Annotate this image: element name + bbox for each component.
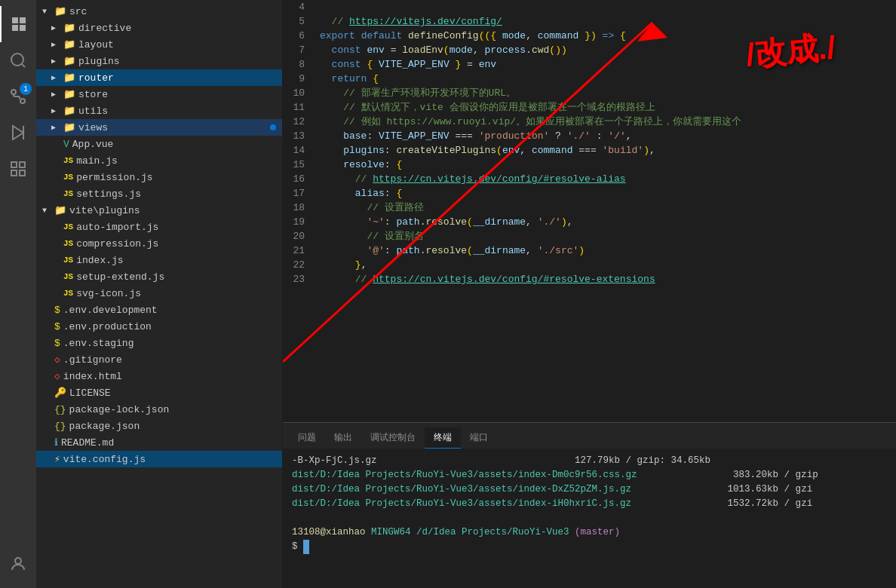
code-line-6: export default defineConfig(({ mode, com… xyxy=(320,29,896,43)
folder-store-label: store xyxy=(78,89,108,100)
tab-terminal[interactable]: 终端 xyxy=(425,427,461,449)
terminal-line-3: dist/D:/Idea Projects/RuoYi-Vue3/assets/… xyxy=(292,482,887,497)
file-app-vue[interactable]: V App.vue xyxy=(36,136,282,152)
code-line-11: // 默认情况下，vite 会假设你的应用是被部署在一个域名的根路径上 xyxy=(320,100,896,115)
file-app-vue-label: App.vue xyxy=(72,139,114,150)
svg-point-3 xyxy=(11,90,16,94)
terminal-line-1: -B-Xp-FjC.js.gz 127.79kb / gzip: 34.65kb xyxy=(292,454,887,468)
file-index-js-label: index.js xyxy=(76,255,123,266)
file-env-development[interactable]: $ .env.development xyxy=(36,302,282,318)
file-index-js[interactable]: JS index.js xyxy=(36,252,282,268)
file-setup-extend-js-label: setup-extend.js xyxy=(76,271,164,283)
code-line-13: base: VITE_APP_ENV === 'production' ? '.… xyxy=(320,129,896,143)
code-line-23: // https://cn.vitejs.dev/config/#resolve… xyxy=(320,272,896,286)
file-main-js[interactable]: JS main.js xyxy=(36,152,282,169)
terminal-line-4: dist/D:/Idea Projects/RuoYi-Vue3/assets/… xyxy=(292,497,887,511)
folder-utils-arrow: ▶ xyxy=(51,106,63,115)
folder-views[interactable]: ▶ 📁 views xyxy=(36,119,282,136)
folder-src[interactable]: ▼ 📁 src xyxy=(36,3,282,20)
file-vite-config-js[interactable]: ⚡ vite.config.js xyxy=(36,451,282,467)
file-package-json[interactable]: {} package.json xyxy=(36,418,282,434)
terminal-panel: 问题 输出 调试控制台 终端 端口 -B-Xp-FjC.js.gz 127.79… xyxy=(283,422,896,588)
main-content: 4 5 6 7 8 9 10 11 12 13 14 15 16 17 18 1… xyxy=(283,0,896,588)
file-package-lock-json-label: package-lock.json xyxy=(69,404,170,415)
code-editor[interactable]: // https://vitejs.dev/config/ export def… xyxy=(317,0,896,422)
file-index-html-label: index.html xyxy=(63,371,122,382)
file-index-html[interactable]: ◇ index.html xyxy=(36,368,282,384)
file-package-json-label: package.json xyxy=(69,421,140,432)
svg-marker-4 xyxy=(13,126,23,139)
file-env-production-label: .env.production xyxy=(63,321,152,332)
source-control-badge: 1 xyxy=(20,83,32,95)
folder-src-arrow: ▼ xyxy=(42,8,54,16)
explorer-icon[interactable] xyxy=(0,6,36,42)
folder-router-label: router xyxy=(78,72,114,84)
folder-layout-label: layout xyxy=(78,39,114,51)
run-icon[interactable] xyxy=(0,115,36,151)
folder-vite-plugins-label: vite\plugins xyxy=(69,205,140,216)
activity-bar: 1 xyxy=(0,0,36,588)
code-line-5: // https://vitejs.dev/config/ xyxy=(320,14,896,29)
svg-rect-8 xyxy=(11,170,17,176)
code-line-21: '@': path.resolve(__dirname, './src') xyxy=(320,243,896,258)
editor-area: 4 5 6 7 8 9 10 11 12 13 14 15 16 17 18 1… xyxy=(283,0,896,422)
terminal-content[interactable]: -B-Xp-FjC.js.gz 127.79kb / gzip: 34.65kb… xyxy=(283,449,896,588)
folder-src-label: src xyxy=(69,6,87,17)
folder-store-arrow: ▶ xyxy=(51,90,63,99)
folder-store[interactable]: ▶ 📁 store xyxy=(36,86,282,103)
terminal-prompt-line: 13108@xianhao MINGW64 /d/Idea Projects/R… xyxy=(292,525,887,540)
file-compression-js[interactable]: JS compression.js xyxy=(36,235,282,252)
code-line-15: resolve: { xyxy=(320,158,896,172)
folder-layout[interactable]: ▶ 📁 layout xyxy=(36,36,282,53)
file-readme-md[interactable]: ℹ README.md xyxy=(36,434,282,451)
folder-views-arrow: ▶ xyxy=(51,123,63,132)
code-line-8: const { VITE_APP_ENV } = env xyxy=(320,57,896,72)
folder-vite-plugins[interactable]: ▼ 📁 vite\plugins xyxy=(36,202,282,219)
svg-line-1 xyxy=(22,64,25,67)
file-vite-config-js-label: vite.config.js xyxy=(63,454,146,465)
tab-debug-console[interactable]: 调试控制台 xyxy=(361,427,425,449)
search-icon[interactable] xyxy=(0,42,36,78)
code-line-9: return { xyxy=(320,72,896,86)
file-permission-js-label: permission.js xyxy=(76,172,152,183)
svg-rect-7 xyxy=(20,162,25,167)
file-license[interactable]: 🔑 LICENSE xyxy=(36,384,282,401)
file-auto-import-js[interactable]: JS auto-import.js xyxy=(36,219,282,235)
folder-views-label: views xyxy=(78,122,108,133)
code-line-19: '~': path.resolve(__dirname, './'), xyxy=(320,215,896,229)
terminal-line-2: dist/D:/Idea Projects/RuoYi-Vue3/assets/… xyxy=(292,468,887,482)
source-control-icon[interactable]: 1 xyxy=(0,78,36,115)
file-gitignore[interactable]: ◇ .gitignore xyxy=(36,351,282,368)
folder-plugins[interactable]: ▶ 📁 plugins xyxy=(36,53,282,69)
file-settings-js[interactable]: JS settings.js xyxy=(36,185,282,202)
code-line-14: plugins: createVitePlugins(env, command … xyxy=(320,143,896,158)
tab-ports[interactable]: 端口 xyxy=(461,427,497,449)
folder-router[interactable]: ▶ 📁 router xyxy=(36,69,282,86)
file-settings-js-label: settings.js xyxy=(76,188,141,200)
file-svg-icon-js[interactable]: JS svg-icon.js xyxy=(36,285,282,302)
folder-utils[interactable]: ▶ 📁 utils xyxy=(36,103,282,119)
svg-rect-9 xyxy=(20,170,25,176)
file-auto-import-js-label: auto-import.js xyxy=(76,222,158,233)
code-line-16: // https://cn.vitejs.dev/config/#resolve… xyxy=(320,172,896,186)
code-line-20: // 设置别名 xyxy=(320,229,896,243)
tab-output[interactable]: 输出 xyxy=(325,427,361,449)
folder-directive[interactable]: ▶ 📁 directive xyxy=(36,20,282,36)
sidebar: ▼ 📁 src ▶ 📁 directive ▶ 📁 layout ▶ 📁 plu… xyxy=(0,0,283,588)
file-package-lock-json[interactable]: {} package-lock.json xyxy=(36,401,282,418)
extensions-icon[interactable] xyxy=(0,151,36,187)
tab-issues[interactable]: 问题 xyxy=(289,427,325,449)
accounts-icon[interactable] xyxy=(0,546,36,582)
file-main-js-label: main.js xyxy=(76,155,118,167)
code-line-10: // 部署生产环境和开发环境下的URL。 xyxy=(320,86,896,100)
terminal-tab-bar: 问题 输出 调试控制台 终端 端口 xyxy=(283,423,896,449)
file-env-staging[interactable]: $ .env.staging xyxy=(36,335,282,351)
file-permission-js[interactable]: JS permission.js xyxy=(36,169,282,185)
file-env-development-label: .env.development xyxy=(63,305,158,316)
file-setup-extend-js[interactable]: JS setup-extend.js xyxy=(36,268,282,285)
file-env-production[interactable]: $ .env.production xyxy=(36,318,282,335)
svg-point-0 xyxy=(11,54,23,66)
line-numbers: 4 5 6 7 8 9 10 11 12 13 14 15 16 17 18 1… xyxy=(283,0,317,422)
file-readme-md-label: README.md xyxy=(61,437,114,449)
file-svg-icon-js-label: svg-icon.js xyxy=(76,288,141,299)
